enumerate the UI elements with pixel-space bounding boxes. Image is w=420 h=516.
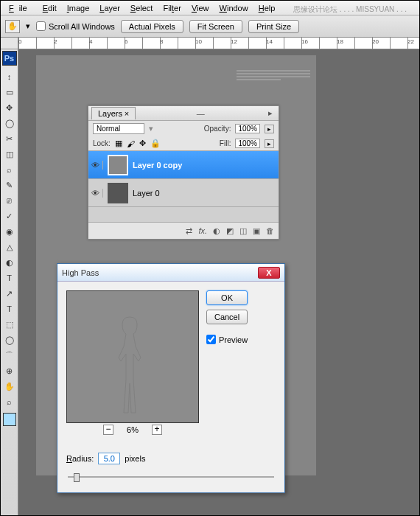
brush-tool[interactable]: ✎ xyxy=(2,178,17,192)
radius-input[interactable]: 5.0 xyxy=(98,453,120,464)
filter-preview[interactable] xyxy=(66,290,199,423)
lasso-tool[interactable]: ✥ xyxy=(2,100,17,115)
menu-layer[interactable]: Layer xyxy=(94,2,125,14)
dialog-title: High Pass xyxy=(62,268,258,277)
menu-filter[interactable]: Filter xyxy=(158,2,186,14)
marquee-tool[interactable]: ▭ xyxy=(2,85,17,100)
notes-tool[interactable]: ⌒ xyxy=(2,348,17,363)
zoom-tool[interactable]: ⌕ xyxy=(2,394,17,409)
opacity-arrow-icon[interactable]: ▸ xyxy=(265,125,274,133)
layer-name[interactable]: Layer 0 copy xyxy=(133,161,182,170)
layer-mask-icon[interactable]: ◐ xyxy=(213,226,220,236)
menu-image[interactable]: Image xyxy=(62,2,95,14)
slider-thumb[interactable] xyxy=(74,473,80,482)
layers-panel[interactable]: Layers × — ▸ Normal ▾ Opacity: 100% ▸ Lo… xyxy=(88,105,279,240)
path-tool[interactable]: ⬚ xyxy=(2,317,17,332)
crop-tool[interactable]: ✂ xyxy=(2,131,17,146)
radius-unit: pixels xyxy=(125,454,145,463)
options-bar: ✋ ▾ Scroll All Windows Actual Pixels Fit… xyxy=(1,15,419,38)
radius-label: Radius: xyxy=(66,454,94,463)
type-tool[interactable]: T xyxy=(2,301,17,316)
zoom-in-button[interactable]: + xyxy=(152,425,162,435)
shape-tool[interactable]: ◯ xyxy=(2,332,17,347)
cancel-button[interactable]: Cancel xyxy=(206,310,248,324)
scroll-all-windows-checkbox[interactable]: Scroll All Windows xyxy=(36,21,115,31)
panel-menu-icon[interactable]: ▸ xyxy=(265,108,276,118)
opacity-label: Opacity: xyxy=(204,125,231,133)
horizontal-ruler: 0 2 4 6 8 10 12 14 16 18 20 22 xyxy=(1,38,419,49)
eyedropper-tool[interactable]: ⊕ xyxy=(2,363,17,378)
history-brush-tool[interactable]: ✓ xyxy=(2,209,17,223)
lock-transparent-icon[interactable]: ▦ xyxy=(115,139,122,148)
fill-arrow-icon[interactable]: ▸ xyxy=(265,139,274,148)
lock-row: Lock: ▦ 🖌 ✥ 🔒 Fill: 100% ▸ xyxy=(88,136,279,150)
layers-footer: ⇄ fx. ◐ ◩ ◫ ▣ 🗑 xyxy=(88,223,279,239)
slice-tool[interactable]: ◫ xyxy=(2,147,17,161)
dialog-titlebar[interactable]: High Pass X xyxy=(57,264,284,282)
healing-tool[interactable]: ⌕ xyxy=(2,162,17,177)
hand-tool[interactable]: ✋ xyxy=(2,379,17,394)
fill-input[interactable]: 100% xyxy=(235,139,260,148)
opacity-input[interactable]: 100% xyxy=(235,124,260,133)
hand-tool-icon[interactable]: ✋ xyxy=(5,20,20,33)
print-size-button[interactable]: Print Size xyxy=(248,20,299,33)
radius-slider-row xyxy=(57,467,284,492)
stamp-tool[interactable]: ⎚ xyxy=(2,193,17,208)
watermark: 思缘设计论坛 . . . . MISSYUAN . . . xyxy=(288,3,412,16)
tool-palette: Ps ↕ ▭ ✥ ◯ ✂ ◫ ⌕ ✎ ⎚ ✓ ◉ △ ◐ T ↗ T ⬚ ◯ ⌒… xyxy=(1,49,18,515)
pen-tool[interactable]: ↗ xyxy=(2,286,17,301)
foreground-swatch[interactable] xyxy=(3,413,16,426)
close-icon[interactable]: X xyxy=(258,267,280,279)
ok-button[interactable]: OK xyxy=(206,290,248,305)
visibility-icon[interactable]: 👁 xyxy=(88,161,103,170)
dropdown-arrow-icon[interactable]: ▾ xyxy=(26,21,30,31)
layer-style-icon[interactable]: fx. xyxy=(198,226,207,235)
menu-help[interactable]: Help xyxy=(253,2,281,14)
zoom-out-button[interactable]: − xyxy=(103,425,113,435)
zoom-controls: − 6% + xyxy=(66,423,199,441)
lock-all-icon[interactable]: 🔒 xyxy=(150,139,161,148)
layer-thumbnail[interactable] xyxy=(108,155,128,175)
adjustment-layer-icon[interactable]: ◩ xyxy=(226,226,234,236)
lock-paint-icon[interactable]: 🖌 xyxy=(127,139,135,148)
layers-tab[interactable]: Layers × xyxy=(91,107,136,119)
lock-move-icon[interactable]: ✥ xyxy=(139,139,146,148)
radius-slider[interactable] xyxy=(68,472,274,482)
blur-tool[interactable]: ◐ xyxy=(2,255,17,270)
group-icon[interactable]: ◫ xyxy=(239,226,247,236)
menu-view[interactable]: View xyxy=(186,2,214,14)
menu-window[interactable]: Window xyxy=(214,2,253,14)
eraser-tool[interactable]: ◉ xyxy=(2,224,17,239)
tab-close-icon[interactable]: × xyxy=(125,109,129,118)
dialog-body: − 6% + OK Cancel Preview xyxy=(57,282,284,450)
delete-layer-icon[interactable]: 🗑 xyxy=(266,226,274,235)
fit-screen-button[interactable]: Fit Screen xyxy=(189,20,242,33)
new-layer-icon[interactable]: ▣ xyxy=(253,226,260,236)
fill-label: Fill: xyxy=(220,139,231,147)
wand-tool[interactable]: ◯ xyxy=(2,116,17,130)
high-pass-dialog[interactable]: High Pass X − 6% + OK Cancel Preview xyxy=(57,263,285,493)
preview-checkbox[interactable]: Preview xyxy=(206,335,248,344)
visibility-icon[interactable]: 👁 xyxy=(88,189,103,198)
link-layers-icon[interactable]: ⇄ xyxy=(186,226,192,236)
blend-mode-select[interactable]: Normal xyxy=(93,123,144,134)
layers-panel-header[interactable]: Layers × — ▸ xyxy=(88,106,279,121)
gradient-tool[interactable]: △ xyxy=(2,240,17,254)
menu-bar: File Edit Image Layer Select Filter View… xyxy=(1,1,419,15)
menu-edit[interactable]: Edit xyxy=(38,2,62,14)
zoom-level: 6% xyxy=(127,425,139,434)
actual-pixels-button[interactable]: Actual Pixels xyxy=(121,20,183,33)
layer-name[interactable]: Layer 0 xyxy=(133,189,160,198)
layer-row[interactable]: 👁 Layer 0 xyxy=(88,179,279,207)
lock-label: Lock: xyxy=(93,139,111,147)
menu-select[interactable]: Select xyxy=(125,2,158,14)
layer-row[interactable]: 👁 Layer 0 copy xyxy=(88,151,279,179)
dodge-tool[interactable]: T xyxy=(2,271,17,285)
doc-text-block xyxy=(237,70,310,92)
move-tool[interactable]: ↕ xyxy=(2,69,17,84)
blend-row: Normal ▾ Opacity: 100% ▸ xyxy=(88,121,279,136)
panel-minimize-icon[interactable]: — xyxy=(195,109,206,118)
menu-file[interactable]: File xyxy=(4,2,38,14)
layer-thumbnail[interactable] xyxy=(108,183,128,203)
slider-track xyxy=(68,476,274,478)
